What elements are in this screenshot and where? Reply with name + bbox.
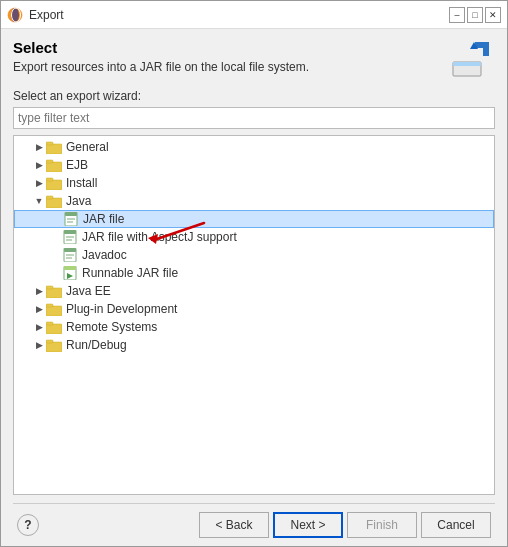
folder-icon-install [46, 176, 62, 190]
tree-label-java-ee: Java EE [66, 284, 111, 298]
tree-label-javadoc: Javadoc [82, 248, 127, 262]
tree-item-java[interactable]: ▼ Java [14, 192, 494, 210]
svg-rect-35 [46, 322, 53, 325]
tree-item-javadoc[interactable]: Javadoc [14, 246, 494, 264]
divider [13, 503, 495, 504]
tree-label-plugin-dev: Plug-in Development [66, 302, 177, 316]
folder-icon-java [46, 194, 62, 208]
svg-rect-24 [64, 248, 76, 252]
expand-icon-java: ▼ [34, 196, 44, 206]
tree-label-jar-aspectj: JAR file with AspectJ support [82, 230, 237, 244]
page-title: Select [13, 39, 309, 56]
tree-item-remote[interactable]: ▶ Remote Systems [14, 318, 494, 336]
svg-rect-20 [64, 230, 76, 234]
finish-button[interactable]: Finish [347, 512, 417, 538]
folder-icon-ejb [46, 158, 62, 172]
folder-icon-general [46, 140, 62, 154]
svg-rect-13 [46, 198, 62, 208]
expand-icon-java-ee: ▶ [34, 286, 44, 296]
svg-rect-37 [46, 340, 53, 343]
title-bar: Export – □ ✕ [1, 1, 507, 29]
tree-label-jar-file: JAR file [83, 212, 124, 226]
svg-rect-11 [46, 180, 62, 190]
jar-file-icon [63, 212, 79, 226]
svg-rect-4 [453, 62, 481, 66]
title-bar-left: Export [7, 7, 64, 23]
svg-rect-12 [46, 178, 53, 181]
tree-label-run-debug: Run/Debug [66, 338, 127, 352]
svg-rect-32 [46, 306, 62, 316]
svg-rect-8 [46, 142, 53, 145]
tree-item-ejb[interactable]: ▶ EJB [14, 156, 494, 174]
tree-item-plugin-dev[interactable]: ▶ Plug-in Development [14, 300, 494, 318]
tree-item-install[interactable]: ▶ Install [14, 174, 494, 192]
cancel-button[interactable]: Cancel [421, 512, 491, 538]
back-button[interactable]: < Back [199, 512, 269, 538]
app-icon [7, 7, 23, 23]
help-button[interactable]: ? [17, 514, 39, 536]
tree-item-run-debug[interactable]: ▶ Run/Debug [14, 336, 494, 354]
right-buttons: < Back Next > Finish Cancel [199, 512, 491, 538]
svg-rect-9 [46, 162, 62, 172]
expand-icon-plugin: ▶ [34, 304, 44, 314]
expand-icon-general: ▶ [34, 142, 44, 152]
page-description: Export resources into a JAR file on the … [13, 60, 309, 74]
svg-rect-16 [65, 212, 77, 216]
svg-rect-31 [46, 286, 53, 289]
expand-icon-run-debug: ▶ [34, 340, 44, 350]
tree-label-install: Install [66, 176, 97, 190]
expand-icon-ejb: ▶ [34, 160, 44, 170]
tree-item-jar-file[interactable]: JAR file [14, 210, 494, 228]
folder-icon-remote [46, 320, 62, 334]
filter-label: Select an export wizard: [13, 89, 495, 103]
tree-label-remote: Remote Systems [66, 320, 157, 334]
svg-rect-33 [46, 304, 53, 307]
dialog-content: Select Export resources into a JAR file … [1, 29, 507, 546]
minimize-button[interactable]: – [449, 7, 465, 23]
tree-item-jar-aspectj[interactable]: JAR file with AspectJ support [14, 228, 494, 246]
close-button[interactable]: ✕ [485, 7, 501, 23]
tree-container[interactable]: ▶ General ▶ EJB ▶ [13, 135, 495, 495]
svg-rect-14 [46, 196, 53, 199]
export-dialog: Export – □ ✕ Select Export resources int… [0, 0, 508, 547]
maximize-button[interactable]: □ [467, 7, 483, 23]
folder-icon-plugin [46, 302, 62, 316]
expand-icon-remote: ▶ [34, 322, 44, 332]
window-title: Export [29, 8, 64, 22]
folder-icon-java-ee [46, 284, 62, 298]
svg-point-1 [11, 8, 19, 22]
title-bar-buttons: – □ ✕ [449, 7, 501, 23]
export-icon [447, 39, 495, 79]
svg-rect-28 [64, 266, 76, 270]
tree-label-ejb: EJB [66, 158, 88, 172]
javadoc-icon [62, 248, 78, 262]
svg-rect-30 [46, 288, 62, 298]
runnable-jar-icon [62, 266, 78, 280]
svg-rect-36 [46, 342, 62, 352]
button-bar: ? < Back Next > Finish Cancel [13, 512, 495, 538]
svg-rect-7 [46, 144, 62, 154]
tree-item-java-ee[interactable]: ▶ Java EE [14, 282, 494, 300]
next-button[interactable]: Next > [273, 512, 343, 538]
tree-label-general: General [66, 140, 109, 154]
jar-aspectj-icon [62, 230, 78, 244]
header-left: Select Export resources into a JAR file … [13, 39, 309, 76]
tree-label-runnable-jar: Runnable JAR file [82, 266, 178, 280]
tree-label-java: Java [66, 194, 91, 208]
tree-item-general[interactable]: ▶ General [14, 138, 494, 156]
page-header: Select Export resources into a JAR file … [13, 39, 495, 79]
tree-list: ▶ General ▶ EJB ▶ [14, 136, 494, 356]
tree-item-runnable-jar[interactable]: Runnable JAR file [14, 264, 494, 282]
svg-rect-10 [46, 160, 53, 163]
folder-icon-run-debug [46, 338, 62, 352]
svg-rect-34 [46, 324, 62, 334]
filter-input[interactable] [13, 107, 495, 129]
expand-icon-install: ▶ [34, 178, 44, 188]
